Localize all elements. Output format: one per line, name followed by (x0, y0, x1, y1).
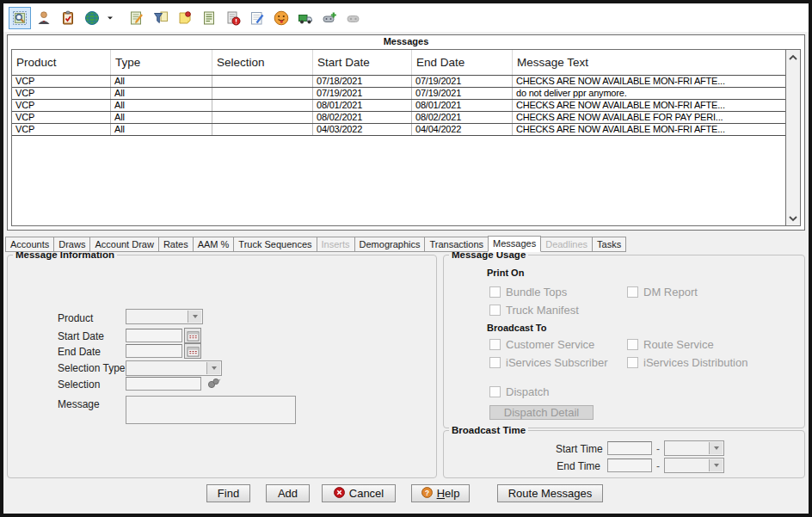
tab-draws[interactable]: Draws (54, 237, 90, 252)
end-date-calendar-icon[interactable] (184, 343, 201, 359)
cell-selection (212, 76, 313, 87)
cell-start-date: 08/02/2021 (313, 112, 412, 123)
find-button-label: Find (218, 487, 239, 500)
tab-demographics[interactable]: Demographics (355, 237, 426, 252)
end-time-period-dropdown[interactable] (664, 458, 724, 473)
start-time-separator: - (656, 443, 660, 455)
notes-pencil-icon[interactable] (246, 7, 268, 29)
table-row[interactable]: VCP All 07/19/2021 07/19/2021 do not del… (12, 88, 785, 100)
cell-product: VCP (12, 76, 111, 87)
table-header: Product Type Selection Start Date End Da… (12, 50, 785, 76)
search-stamp-icon[interactable] (9, 7, 31, 29)
cell-end-date: 08/02/2021 (412, 112, 513, 123)
table-row[interactable]: VCP All 08/02/2021 08/02/2021 CHECKS ARE… (12, 112, 785, 124)
end-time-label: End Time (556, 460, 600, 472)
column-header-start-date: Start Date (313, 50, 412, 75)
cell-selection (212, 112, 313, 123)
alert-document-icon[interactable] (222, 7, 244, 29)
scroll-up-icon[interactable] (786, 50, 800, 65)
message-textarea[interactable] (126, 396, 296, 424)
start-time-input[interactable] (607, 441, 652, 455)
customer-service-checkbox[interactable] (489, 339, 501, 350)
route-messages-button[interactable]: Route Messages (497, 484, 603, 502)
table-row[interactable]: VCP All 04/03/2022 04/04/2022 CHECKS ARE… (12, 124, 785, 136)
emoticon-icon[interactable] (270, 7, 292, 29)
chevron-down-icon (206, 362, 220, 374)
pinned-note-icon[interactable] (174, 7, 196, 29)
iservices-subscriber-label: iServices Subscriber (506, 356, 608, 369)
end-date-input[interactable] (126, 344, 182, 358)
cell-end-date: 07/19/2021 (412, 88, 513, 99)
add-device-icon[interactable] (318, 7, 341, 29)
cell-type: All (111, 88, 212, 99)
customer-service-label: Customer Service (506, 338, 594, 351)
toolbar (3, 3, 809, 32)
tab-transactions[interactable]: Transactions (425, 237, 489, 252)
iservices-distribution-checkbox[interactable] (627, 357, 638, 368)
start-date-calendar-icon[interactable] (184, 328, 201, 343)
tab-accounts[interactable]: Accounts (5, 237, 54, 252)
truck-manifest-label: Truck Manifest (506, 304, 579, 317)
tab-tasks[interactable]: Tasks (593, 237, 626, 252)
tab-aam-percent[interactable]: AAM % (194, 237, 235, 252)
cell-end-date: 08/01/2021 (412, 100, 513, 111)
cancel-icon (334, 487, 345, 501)
bundle-tops-checkbox[interactable] (489, 286, 501, 298)
dispatch-detail-button: Dispatch Detail (489, 405, 594, 420)
cell-start-date: 08/01/2021 (313, 100, 412, 111)
tab-truck-sequences[interactable]: Truck Sequences (234, 237, 317, 252)
tab-messages[interactable]: Messages (488, 236, 541, 252)
table-row[interactable]: VCP All 08/01/2021 08/01/2021 CHECKS ARE… (12, 100, 785, 112)
cell-message-text: CHECKS ARE NOW AVAILABLE MON-FRI AFTE... (513, 76, 785, 87)
cell-start-date: 07/18/2021 (313, 76, 412, 87)
svg-text:?: ? (425, 488, 429, 496)
table-row[interactable]: VCP All 07/18/2021 07/19/2021 CHECKS ARE… (12, 76, 785, 88)
chevron-down-icon (709, 442, 723, 454)
cell-message-text: CHECKS ARE NOW AVAILABLE FOR PAY PERI... (513, 112, 785, 123)
scroll-down-icon[interactable] (786, 211, 800, 225)
tab-inserts: Inserts (317, 237, 355, 252)
selection-lookup-icon[interactable] (206, 375, 222, 394)
vertical-scrollbar[interactable] (785, 50, 800, 225)
list-document-icon[interactable] (198, 7, 220, 29)
iservices-distribution-label: iServices Distribution (643, 356, 747, 369)
route-service-checkbox[interactable] (627, 339, 638, 350)
person-icon[interactable] (33, 7, 55, 29)
tab-account-draw[interactable]: Account Draw (90, 237, 158, 252)
add-button[interactable]: Add (266, 484, 310, 502)
clipboard-check-icon[interactable] (57, 7, 79, 29)
tab-rates[interactable]: Rates (159, 237, 194, 252)
globe-icon[interactable] (81, 7, 103, 29)
start-date-input[interactable] (126, 329, 182, 342)
truck-manifest-checkbox[interactable] (489, 305, 501, 316)
cell-message-text: CHECKS ARE NOW AVAILABLE MON-FRI AFTE... (513, 100, 785, 111)
selection-input[interactable] (126, 377, 201, 391)
application-window: Messages Product Type Selection Start Da… (0, 0, 812, 517)
chevron-down-icon (188, 311, 201, 323)
cell-type: All (111, 76, 212, 87)
selection-type-dropdown[interactable] (126, 360, 222, 376)
column-header-message-text: Message Text (513, 50, 785, 75)
iservices-subscriber-checkbox[interactable] (489, 357, 501, 368)
cell-start-date: 04/03/2022 (313, 124, 412, 135)
dropdown-arrow-icon[interactable] (105, 7, 115, 29)
message-information-group: Message Information Product Start Date E… (7, 255, 437, 478)
product-dropdown[interactable] (126, 309, 203, 324)
device-disabled-icon (342, 7, 365, 29)
start-time-period-dropdown[interactable] (664, 440, 724, 456)
end-time-input[interactable] (607, 459, 652, 472)
bundle-tops-label: Bundle Tops (506, 286, 567, 299)
cell-selection (212, 100, 313, 111)
help-icon: ? (421, 487, 433, 501)
dm-report-checkbox[interactable] (627, 286, 638, 298)
print-on-label: Print On (487, 268, 524, 278)
edit-document-icon[interactable] (126, 7, 148, 29)
find-button[interactable]: Find (206, 484, 250, 502)
help-button[interactable]: ? Help (411, 484, 470, 502)
column-header-end-date: End Date (412, 50, 513, 75)
dispatch-checkbox[interactable] (489, 386, 501, 397)
cancel-button[interactable]: Cancel (322, 484, 396, 502)
filter-document-icon[interactable] (150, 7, 172, 29)
truck-icon[interactable] (294, 7, 317, 29)
cell-message-text: CHECKS ARE NOW AVAILABLE MON-FRI AFTE... (513, 124, 785, 135)
